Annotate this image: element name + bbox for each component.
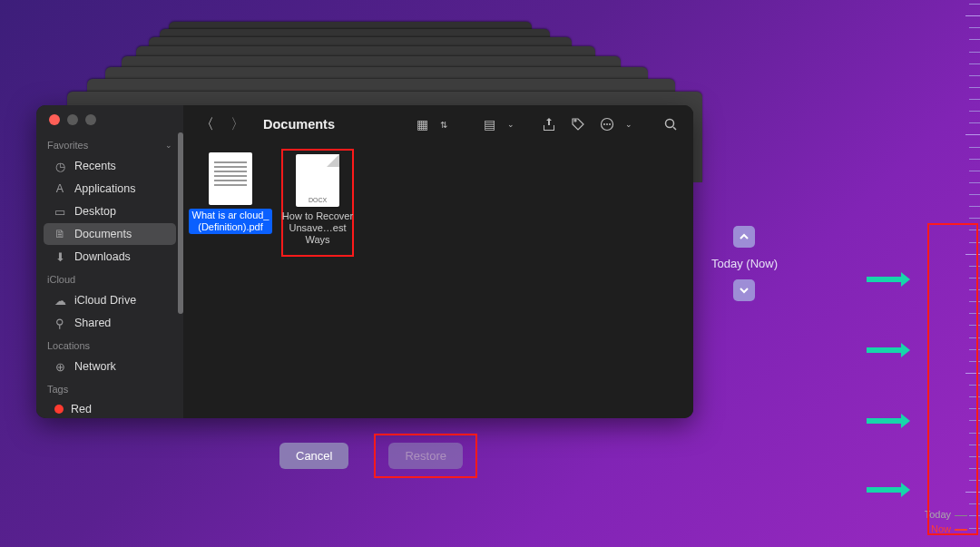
sidebar-item-shared[interactable]: ⚲ Shared <box>44 312 176 334</box>
sidebar-item-recents[interactable]: ◷ Recents <box>44 155 176 177</box>
annotation-arrow-3 <box>867 414 910 428</box>
file-thumbnail-pdf-icon <box>209 152 252 205</box>
chevron-down-icon: ⌄ <box>619 114 639 134</box>
sidebar-item-label: Documents <box>74 228 132 240</box>
ellipsis-circle-icon <box>597 114 617 134</box>
svg-marker-5 <box>901 414 910 428</box>
search-button[interactable] <box>661 114 681 134</box>
minimize-window-button[interactable] <box>67 114 78 125</box>
svg-point-12 <box>666 120 674 128</box>
finder-main: 〈 〉 Documents ▦ ⇅ ▤ ⌄ ⌄ <box>183 105 693 418</box>
group-icon: ▤ <box>479 114 499 134</box>
sidebar-item-documents[interactable]: 🗎 Documents <box>44 223 176 245</box>
sidebar-item-label: Desktop <box>74 205 116 218</box>
file-name: What is ar cloud_ (Definition).pdf <box>189 209 272 234</box>
svg-marker-1 <box>901 272 910 287</box>
sidebar-item-icloud-drive[interactable]: ☁ iCloud Drive <box>44 289 176 311</box>
tag-dot-red-icon <box>54 405 64 414</box>
annotation-restore-highlight: Restore <box>374 434 477 478</box>
toolbar: 〈 〉 Documents ▦ ⇅ ▤ ⌄ ⌄ <box>183 105 693 143</box>
annotation-arrow-4 <box>867 483 910 497</box>
file-grid[interactable]: What is ar cloud_ (Definition).pdf How t… <box>183 143 693 418</box>
time-machine-up-button[interactable] <box>733 226 755 248</box>
time-machine-down-button[interactable] <box>733 279 755 301</box>
sidebar-item-network[interactable]: ⊕ Network <box>44 356 176 377</box>
sidebar-scrollbar[interactable] <box>178 132 183 418</box>
actions-menu-button[interactable]: ⌄ <box>597 114 639 134</box>
network-icon: ⊕ <box>53 359 67 374</box>
annotation-arrow-2 <box>867 343 910 357</box>
clock-icon: ◷ <box>53 159 67 173</box>
sidebar-group-icloud: iCloud <box>36 269 183 288</box>
sidebar-item-downloads[interactable]: ⬇ Downloads <box>44 246 176 268</box>
close-window-button[interactable] <box>49 114 60 125</box>
chevron-updown-icon: ⇅ <box>434 114 454 134</box>
sidebar-item-label: iCloud Drive <box>74 294 136 307</box>
back-button[interactable]: 〈 <box>196 113 218 136</box>
sidebar-group-locations-label: Locations <box>47 340 90 351</box>
chevron-down-icon: ⌄ <box>501 114 521 134</box>
svg-point-10 <box>606 123 608 125</box>
shared-icon: ⚲ <box>53 316 67 330</box>
time-machine-stack <box>58 22 693 112</box>
fullscreen-window-button[interactable] <box>85 114 96 125</box>
sidebar-item-applications[interactable]: A Applications <box>44 178 176 200</box>
cancel-button[interactable]: Cancel <box>279 443 348 469</box>
file-name: How to Recover Unsave…est Ways <box>276 210 359 246</box>
svg-marker-7 <box>901 483 910 497</box>
group-by-button[interactable]: ▤ ⌄ <box>479 114 521 134</box>
svg-point-9 <box>603 123 605 125</box>
window-controls <box>36 114 183 134</box>
grid-icon: ▦ <box>412 114 432 134</box>
desktop-icon: ▭ <box>53 204 67 219</box>
finder-window: Favorites ⌄ ◷ Recents A Applications ▭ D… <box>36 105 693 418</box>
forward-button[interactable]: 〉 <box>227 113 249 136</box>
sidebar-group-favorites: Favorites ⌄ <box>36 134 183 154</box>
sidebar: Favorites ⌄ ◷ Recents A Applications ▭ D… <box>36 105 183 418</box>
annotation-timeline-highlight <box>927 223 978 535</box>
sidebar-item-label: Downloads <box>74 250 131 263</box>
chevron-down-icon[interactable]: ⌄ <box>165 141 172 150</box>
sidebar-group-tags-label: Tags <box>47 384 68 395</box>
restore-button[interactable]: Restore <box>388 443 463 469</box>
file-thumbnail-docx-icon <box>296 154 339 207</box>
time-machine-buttons: Cancel Restore <box>279 434 477 478</box>
cloud-icon: ☁ <box>53 293 67 308</box>
document-icon: 🗎 <box>53 227 67 241</box>
svg-marker-3 <box>901 343 910 357</box>
sidebar-item-label: Red <box>71 403 92 415</box>
time-machine-nav: Today (Now) <box>711 226 778 301</box>
sidebar-item-label: Applications <box>74 182 135 195</box>
file-item[interactable]: How to Recover Unsave…est Ways <box>281 149 354 257</box>
sidebar-group-locations: Locations <box>36 335 183 355</box>
sidebar-group-icloud-label: iCloud <box>47 274 75 285</box>
view-mode-icon-grid[interactable]: ▦ ⇅ <box>412 114 454 134</box>
window-title: Documents <box>263 117 335 132</box>
sidebar-group-favorites-label: Favorites <box>47 140 88 151</box>
downloads-icon: ⬇ <box>53 249 67 264</box>
applications-icon: A <box>53 181 67 196</box>
tag-button[interactable] <box>568 114 588 134</box>
time-machine-current-label: Today (Now) <box>711 257 778 270</box>
annotation-arrow-1 <box>867 272 910 287</box>
sidebar-group-tags: Tags <box>36 378 183 398</box>
sidebar-item-desktop[interactable]: ▭ Desktop <box>44 200 176 222</box>
svg-point-11 <box>609 123 611 125</box>
sidebar-item-label: Shared <box>74 317 111 329</box>
file-item[interactable]: What is ar cloud_ (Definition).pdf <box>194 152 267 234</box>
sidebar-item-label: Recents <box>74 160 116 172</box>
svg-line-13 <box>673 127 676 130</box>
sidebar-item-label: Network <box>74 360 116 373</box>
sidebar-item-tag-red[interactable]: Red <box>44 399 176 418</box>
share-button[interactable] <box>539 114 559 134</box>
